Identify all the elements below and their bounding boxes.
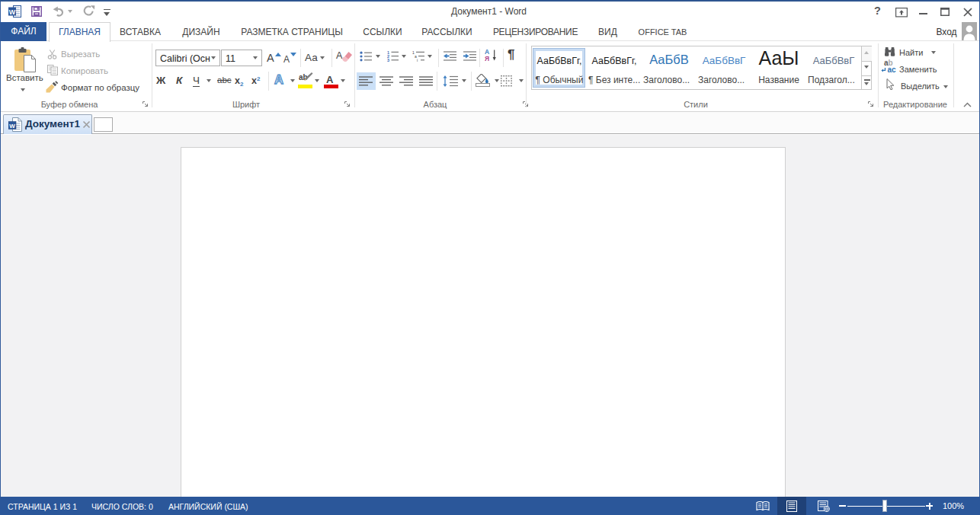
svg-text:W: W: [9, 123, 15, 130]
svg-text:i: i: [417, 58, 418, 62]
svg-text:3: 3: [387, 58, 389, 62]
svg-text:W: W: [9, 8, 16, 16]
svg-text:Я: Я: [485, 55, 489, 62]
